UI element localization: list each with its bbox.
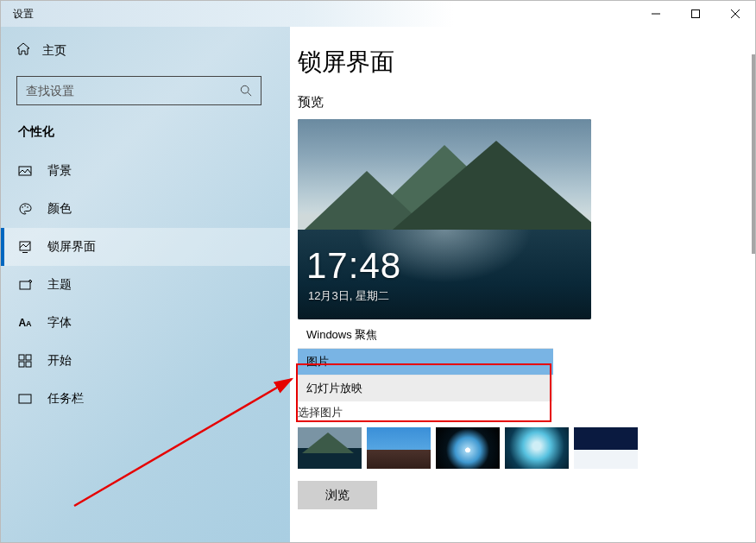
dropdown-option-picture[interactable]: 图片 <box>298 348 553 375</box>
window-title: 设置 <box>1 7 636 22</box>
content: 锁屏界面 预览 17:48 12月3日, 星期二 Windows 聚焦 图片 幻… <box>290 27 755 542</box>
svg-rect-15 <box>19 362 24 367</box>
thumbnail[interactable] <box>505 427 569 469</box>
titlebar[interactable]: 设置 <box>1 1 755 27</box>
theme-icon <box>18 278 32 292</box>
sidebar-item-label: 字体 <box>47 315 72 331</box>
svg-point-7 <box>22 206 23 208</box>
svg-point-9 <box>27 206 28 208</box>
home-icon <box>16 42 30 59</box>
sidebar-item-fonts[interactable]: AA 字体 <box>1 304 290 342</box>
palette-icon <box>18 202 32 216</box>
preview-date: 12月3日, 星期二 <box>308 288 389 304</box>
choose-picture-label: 选择图片 <box>298 405 728 420</box>
dropdown-option-slideshow[interactable]: 幻灯片放映 <box>298 375 553 401</box>
svg-rect-12 <box>20 281 30 289</box>
svg-rect-13 <box>19 355 24 360</box>
search-box[interactable] <box>16 76 261 105</box>
svg-point-8 <box>24 205 26 207</box>
close-button[interactable] <box>715 1 755 27</box>
browse-button[interactable]: 浏览 <box>298 481 377 509</box>
settings-window: 设置 主页 <box>0 0 756 543</box>
picture-thumbnails <box>298 427 728 469</box>
preview-label: 预览 <box>298 94 728 110</box>
sidebar-item-label: 颜色 <box>47 201 72 217</box>
thumbnail[interactable] <box>436 427 500 469</box>
window-body: 主页 个性化 背景 颜色 锁屏界面 <box>1 27 755 542</box>
sidebar-item-lockscreen[interactable]: 锁屏界面 <box>1 228 290 266</box>
picture-icon <box>18 164 32 178</box>
sidebar-item-start[interactable]: 开始 <box>1 342 290 380</box>
dropdown-option-spotlight[interactable]: Windows 聚焦 <box>298 321 553 348</box>
minimize-button[interactable] <box>636 1 676 27</box>
thumbnail[interactable] <box>574 427 638 469</box>
nav-list: 背景 颜色 锁屏界面 主题 AA 字体 <box>1 152 290 418</box>
search-icon[interactable] <box>231 77 261 104</box>
home-button[interactable]: 主页 <box>1 35 290 66</box>
category-label: 个性化 <box>1 121 290 152</box>
sidebar-item-label: 锁屏界面 <box>47 239 96 255</box>
home-label: 主页 <box>42 43 66 59</box>
page-title: 锁屏界面 <box>298 46 728 79</box>
sidebar-item-label: 主题 <box>47 277 72 293</box>
thumbnail[interactable] <box>367 427 431 469</box>
thumbnail[interactable] <box>298 427 362 469</box>
sidebar: 主页 个性化 背景 颜色 锁屏界面 <box>1 27 290 542</box>
font-icon: AA <box>18 316 32 330</box>
svg-point-4 <box>241 85 249 93</box>
sidebar-item-taskbar[interactable]: 任务栏 <box>1 380 290 418</box>
preview-clock: 17:48 <box>306 245 401 287</box>
sidebar-item-label: 开始 <box>47 353 72 369</box>
svg-rect-14 <box>26 355 31 360</box>
search-input[interactable] <box>17 77 231 104</box>
svg-line-5 <box>248 92 251 96</box>
lockscreen-icon <box>18 240 32 254</box>
sidebar-item-colors[interactable]: 颜色 <box>1 190 290 228</box>
background-dropdown[interactable]: Windows 聚焦 图片 幻灯片放映 <box>298 321 553 401</box>
maximize-button[interactable] <box>676 1 715 27</box>
window-controls <box>636 1 755 27</box>
svg-rect-16 <box>26 362 31 367</box>
sidebar-item-label: 背景 <box>47 163 72 179</box>
sidebar-item-label: 任务栏 <box>47 391 84 407</box>
sidebar-item-background[interactable]: 背景 <box>1 152 290 190</box>
svg-rect-11 <box>22 252 28 253</box>
start-icon <box>18 354 32 368</box>
taskbar-icon <box>18 392 32 406</box>
scrollbar[interactable] <box>752 54 755 254</box>
lockscreen-preview: 17:48 12月3日, 星期二 <box>298 119 591 319</box>
sidebar-item-themes[interactable]: 主题 <box>1 266 290 304</box>
svg-rect-1 <box>692 10 700 18</box>
